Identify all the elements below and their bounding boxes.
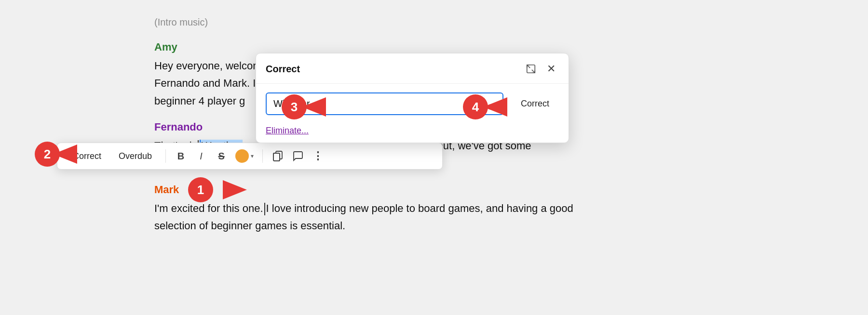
toolbar-divider-1 (165, 149, 166, 163)
overdub-tab[interactable]: Overdub (111, 148, 160, 164)
bold-button[interactable]: B (172, 147, 190, 165)
mark-text: I'm excited for this one.I love introduc… (154, 200, 608, 235)
italic-button[interactable]: I (192, 147, 210, 165)
chevron-down-icon: ▾ (251, 153, 254, 159)
svg-line-5 (532, 70, 535, 73)
floating-toolbar: Correct Overdub B I S ▾ ⋮ (57, 143, 443, 170)
mark-block: Mark I'm excited for this one.I love int… (77, 181, 608, 235)
arrow-3 (302, 94, 340, 119)
expand-icon (526, 64, 536, 74)
close-modal-button[interactable]: ✕ (543, 61, 559, 77)
svg-rect-1 (273, 153, 280, 161)
arrow-1 (208, 177, 247, 202)
annotation-bubble-3: 3 (282, 94, 307, 119)
arrow-4 (483, 94, 522, 119)
strikethrough-button[interactable]: S (212, 147, 231, 165)
annotation-bubble-4: 4 (463, 94, 488, 119)
svg-line-4 (527, 65, 530, 68)
svg-marker-6 (223, 180, 247, 199)
modal-title: Correct (266, 64, 300, 75)
color-circle (235, 149, 249, 163)
copy-clip-icon (272, 150, 284, 162)
comment-icon (292, 150, 304, 162)
more-options-button[interactable]: ⋮ (309, 147, 327, 165)
annotation-bubble-1: 1 (188, 177, 213, 202)
copy-clip-button[interactable] (269, 147, 287, 165)
intro-music-label: (Intro music) (154, 14, 608, 30)
toolbar-divider-2 (262, 149, 263, 163)
modal-suggestion[interactable]: Eliminate... (256, 126, 569, 143)
color-picker[interactable]: ▾ (232, 147, 257, 165)
modal-header: Correct ✕ (256, 53, 569, 84)
expand-modal-button[interactable] (523, 61, 539, 77)
comment-button[interactable] (289, 147, 307, 165)
modal-header-icons: ✕ (523, 61, 559, 77)
annotation-bubble-2: 2 (35, 142, 60, 167)
